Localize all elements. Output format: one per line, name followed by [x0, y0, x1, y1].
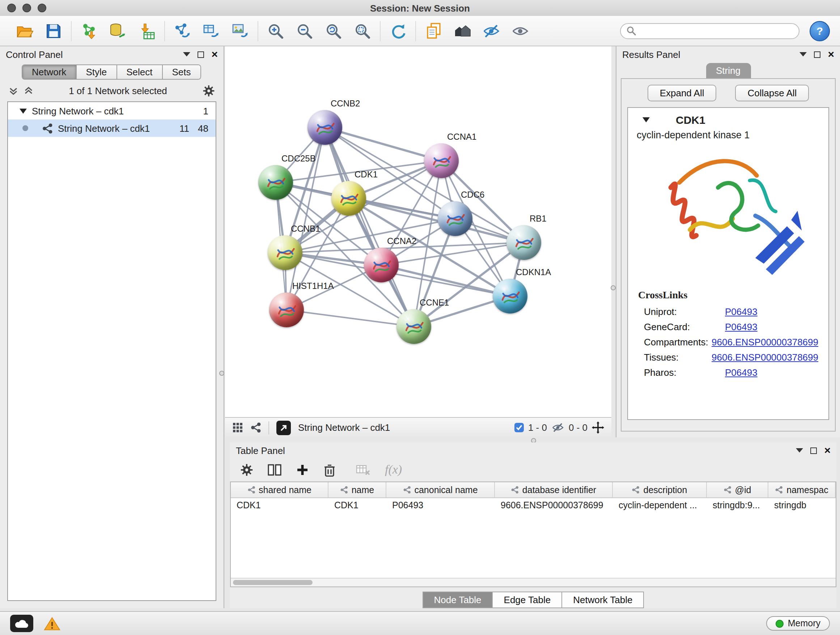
column-header[interactable]: namespac [768, 482, 836, 498]
graph-node-CDKN1A[interactable] [493, 279, 527, 314]
search-box[interactable] [620, 23, 799, 39]
column-header[interactable]: name [328, 482, 386, 498]
maximize-panel-icon[interactable] [197, 51, 204, 57]
zoom-in-button[interactable] [264, 19, 287, 42]
network-collection-row[interactable]: String Network – cdk1 1 [8, 102, 216, 119]
hide-selected-button[interactable] [480, 19, 503, 42]
crosslink-link[interactable]: P06493 [725, 321, 758, 333]
search-input[interactable] [639, 25, 793, 36]
save-session-button[interactable] [42, 19, 65, 42]
protein-ribbon-thumb [440, 203, 470, 234]
export-image-button[interactable] [229, 19, 252, 42]
tab-sets[interactable]: Sets [163, 65, 200, 79]
open-session-button[interactable] [13, 19, 36, 42]
graph-node-CCNB2[interactable] [308, 110, 342, 145]
column-header[interactable]: database identifier [495, 482, 613, 498]
graph-node-CDC6[interactable] [438, 201, 472, 236]
table-cell[interactable]: stringdb:9... [707, 498, 768, 513]
crosslink-link[interactable]: 9606.ENSP00000378699 [712, 337, 818, 348]
column-header[interactable]: shared name [231, 482, 328, 498]
table-settings-gear-icon[interactable] [240, 463, 253, 477]
table-cell[interactable]: 9606.ENSP00000378699 [495, 498, 613, 513]
float-panel-icon[interactable] [796, 448, 803, 453]
new-network-from-selection-button[interactable] [171, 19, 194, 42]
tab-style[interactable]: Style [76, 65, 117, 79]
column-header[interactable]: description [613, 482, 707, 498]
close-panel-icon[interactable]: × [828, 51, 834, 58]
zoom-window-button[interactable] [38, 4, 46, 12]
collection-expanded-icon[interactable] [19, 108, 27, 113]
gear-icon[interactable] [202, 84, 215, 97]
graph-node-HIST1H1A[interactable] [269, 293, 304, 327]
network-canvas[interactable]: CCNB2CCNA1CDC25BCDK1CDC6RB1CCNB1CCNA2CDK… [225, 46, 611, 417]
import-network-database-button[interactable] [106, 19, 129, 42]
apply-layout-button[interactable] [386, 19, 409, 42]
tab-edge-table[interactable]: Edge Table [493, 592, 562, 608]
collapse-section-icon[interactable] [643, 117, 650, 122]
table-cell[interactable]: CDK1 [328, 498, 386, 513]
table-row[interactable]: CDK1 CDK1 P06493 9606.ENSP00000378699 cy… [231, 498, 836, 513]
crosslink-link[interactable]: P06493 [725, 306, 758, 317]
column-header[interactable]: canonical name [386, 482, 495, 498]
maximize-panel-icon[interactable] [810, 447, 817, 454]
crosslink-link[interactable]: 9606.ENSP00000378699 [712, 352, 818, 363]
column-header[interactable]: @id [707, 482, 768, 498]
table-cell[interactable]: CDK1 [231, 498, 328, 513]
zoom-out-button[interactable] [293, 19, 316, 42]
scrollbar-thumb[interactable] [233, 580, 313, 585]
copy-document-button[interactable] [422, 19, 445, 42]
homes-button[interactable] [451, 19, 474, 42]
minimize-window-button[interactable] [22, 4, 31, 12]
graph-node-RB1[interactable] [507, 225, 541, 260]
table-cell[interactable]: stringdb [768, 498, 836, 513]
expand-all-icon[interactable] [24, 86, 33, 95]
graph-node-CCNE1[interactable] [396, 309, 431, 344]
network-row-selected[interactable]: String Network – cdk1 11 48 [8, 119, 216, 137]
zoom-selected-button[interactable] [351, 19, 374, 42]
close-window-button[interactable] [7, 4, 16, 12]
vertical-splitter-grip[interactable] [611, 285, 616, 290]
collapse-all-icon[interactable] [9, 86, 18, 95]
import-network-file-button[interactable] [77, 19, 101, 42]
vertical-splitter-grip[interactable] [219, 371, 224, 376]
protein-card-header[interactable]: CDK1 [628, 108, 829, 127]
memory-button[interactable]: Memory [766, 616, 830, 631]
table-cell[interactable]: P06493 [386, 498, 495, 513]
hidden-eye-slash-icon[interactable] [551, 422, 564, 433]
close-panel-icon[interactable]: × [211, 51, 218, 58]
close-panel-icon[interactable]: × [824, 447, 831, 454]
show-columns-icon[interactable] [268, 463, 281, 477]
expand-all-button[interactable]: Expand All [647, 85, 717, 101]
add-column-icon[interactable] [296, 463, 309, 477]
float-panel-icon[interactable] [183, 52, 190, 57]
help-button[interactable]: ? [810, 21, 830, 41]
graph-node-CCNA2[interactable] [364, 248, 399, 282]
delete-column-icon[interactable] [324, 463, 336, 477]
grid-overview-icon[interactable] [232, 422, 243, 433]
warning-icon[interactable] [43, 616, 61, 631]
selected-checkbox-icon[interactable] [515, 423, 524, 432]
graph-node-CCNA1[interactable] [424, 143, 459, 178]
collapse-all-button[interactable]: Collapse All [736, 85, 809, 101]
tab-select[interactable]: Select [117, 65, 163, 79]
open-in-window-button[interactable] [276, 420, 291, 435]
show-all-button[interactable] [508, 19, 532, 42]
table-cell[interactable]: cyclin-dependent ... [613, 498, 707, 513]
network-share-icon[interactable] [250, 422, 261, 433]
graph-node-CDK1[interactable] [332, 181, 366, 216]
tab-node-table[interactable]: Node Table [422, 592, 493, 608]
graph-node-CCNB1[interactable] [268, 235, 302, 270]
crosslink-link[interactable]: P06493 [725, 367, 758, 378]
tab-network-table[interactable]: Network Table [562, 592, 644, 608]
graph-node-CDC25B[interactable] [258, 165, 293, 200]
crosshair-move-icon[interactable] [592, 421, 604, 434]
import-table-file-button[interactable] [135, 19, 158, 42]
tab-string[interactable]: String [706, 63, 751, 78]
zoom-fit-button[interactable] [322, 19, 345, 42]
new-table-from-network-button[interactable] [200, 19, 223, 42]
tab-network[interactable]: Network [22, 65, 76, 79]
maximize-panel-icon[interactable] [814, 51, 821, 57]
float-panel-icon[interactable] [799, 52, 807, 57]
horizontal-scrollbar[interactable] [231, 578, 836, 586]
cloud-button[interactable] [10, 615, 33, 632]
